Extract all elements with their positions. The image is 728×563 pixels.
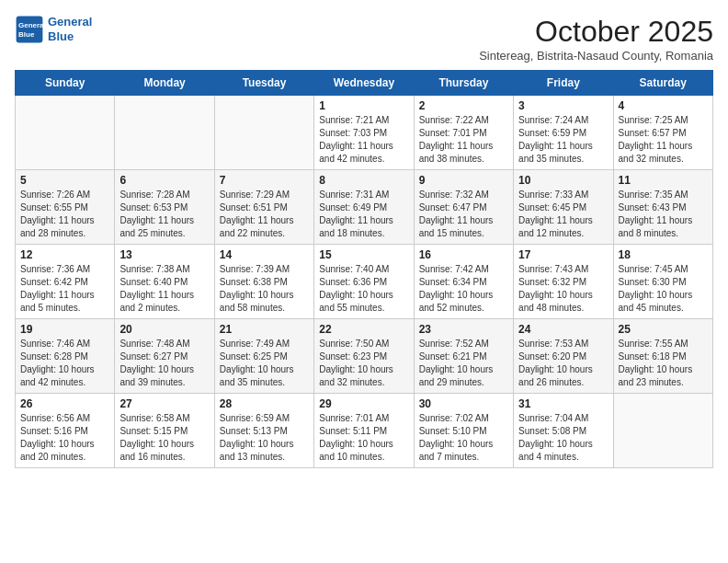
calendar-week-4: 19Sunrise: 7:46 AM Sunset: 6:28 PM Dayli… bbox=[16, 319, 713, 394]
calendar-cell: 11Sunrise: 7:35 AM Sunset: 6:43 PM Dayli… bbox=[613, 170, 712, 245]
day-info: Sunrise: 7:25 AM Sunset: 6:57 PM Dayligh… bbox=[619, 114, 708, 166]
calendar-cell: 9Sunrise: 7:32 AM Sunset: 6:47 PM Daylig… bbox=[414, 170, 513, 245]
calendar-week-1: 1Sunrise: 7:21 AM Sunset: 7:03 PM Daylig… bbox=[16, 96, 713, 170]
calendar-cell: 13Sunrise: 7:38 AM Sunset: 6:40 PM Dayli… bbox=[115, 245, 214, 319]
calendar-cell: 6Sunrise: 7:28 AM Sunset: 6:53 PM Daylig… bbox=[115, 170, 214, 245]
calendar-cell: 16Sunrise: 7:42 AM Sunset: 6:34 PM Dayli… bbox=[414, 245, 513, 319]
day-info: Sunrise: 7:22 AM Sunset: 7:01 PM Dayligh… bbox=[419, 114, 508, 166]
svg-text:Blue: Blue bbox=[18, 30, 35, 39]
day-info: Sunrise: 7:01 AM Sunset: 5:11 PM Dayligh… bbox=[319, 412, 408, 464]
calendar-cell: 25Sunrise: 7:55 AM Sunset: 6:18 PM Dayli… bbox=[613, 319, 712, 394]
day-number: 9 bbox=[419, 174, 508, 187]
calendar-cell: 29Sunrise: 7:01 AM Sunset: 5:11 PM Dayli… bbox=[314, 394, 414, 468]
day-info: Sunrise: 7:28 AM Sunset: 6:53 PM Dayligh… bbox=[119, 189, 209, 240]
day-info: Sunrise: 7:49 AM Sunset: 6:25 PM Dayligh… bbox=[220, 338, 309, 389]
weekday-header-row: SundayMondayTuesdayWednesdayThursdayFrid… bbox=[16, 71, 713, 96]
calendar-cell: 31Sunrise: 7:04 AM Sunset: 5:08 PM Dayli… bbox=[514, 394, 613, 468]
day-number: 28 bbox=[220, 397, 309, 410]
title-block: October 2025 Sintereag, Bistrita-Nasaud … bbox=[479, 15, 713, 63]
weekday-header-wednesday: Wednesday bbox=[314, 71, 414, 96]
day-number: 19 bbox=[20, 323, 109, 336]
calendar-cell: 18Sunrise: 7:45 AM Sunset: 6:30 PM Dayli… bbox=[613, 245, 712, 319]
day-info: Sunrise: 7:45 AM Sunset: 6:30 PM Dayligh… bbox=[619, 263, 708, 315]
day-info: Sunrise: 7:46 AM Sunset: 6:28 PM Dayligh… bbox=[20, 338, 109, 389]
page-header: General Blue General Blue October 2025 S… bbox=[15, 15, 713, 63]
calendar-cell bbox=[16, 96, 115, 170]
weekday-header-tuesday: Tuesday bbox=[214, 71, 313, 96]
logo: General Blue General Blue bbox=[15, 15, 92, 44]
day-number: 15 bbox=[319, 248, 408, 261]
day-number: 29 bbox=[319, 397, 408, 410]
day-info: Sunrise: 6:58 AM Sunset: 5:15 PM Dayligh… bbox=[119, 412, 209, 464]
calendar-cell bbox=[214, 96, 313, 170]
day-info: Sunrise: 6:56 AM Sunset: 5:16 PM Dayligh… bbox=[20, 412, 109, 464]
calendar-cell: 2Sunrise: 7:22 AM Sunset: 7:01 PM Daylig… bbox=[414, 96, 513, 170]
day-info: Sunrise: 7:39 AM Sunset: 6:38 PM Dayligh… bbox=[220, 263, 309, 315]
weekday-header-sunday: Sunday bbox=[16, 71, 115, 96]
day-number: 6 bbox=[119, 174, 209, 187]
day-number: 30 bbox=[419, 397, 508, 410]
calendar-cell: 20Sunrise: 7:48 AM Sunset: 6:27 PM Dayli… bbox=[115, 319, 214, 394]
day-info: Sunrise: 7:24 AM Sunset: 6:59 PM Dayligh… bbox=[518, 114, 608, 166]
calendar-week-2: 5Sunrise: 7:26 AM Sunset: 6:55 PM Daylig… bbox=[16, 170, 713, 245]
day-number: 17 bbox=[518, 248, 608, 261]
day-number: 11 bbox=[619, 174, 708, 187]
day-info: Sunrise: 7:40 AM Sunset: 6:36 PM Dayligh… bbox=[319, 263, 408, 315]
calendar-cell: 22Sunrise: 7:50 AM Sunset: 6:23 PM Dayli… bbox=[314, 319, 414, 394]
day-number: 12 bbox=[20, 248, 109, 261]
calendar-cell: 30Sunrise: 7:02 AM Sunset: 5:10 PM Dayli… bbox=[414, 394, 513, 468]
day-number: 25 bbox=[619, 323, 708, 336]
day-number: 16 bbox=[419, 248, 508, 261]
day-info: Sunrise: 7:42 AM Sunset: 6:34 PM Dayligh… bbox=[419, 263, 508, 315]
calendar-table: SundayMondayTuesdayWednesdayThursdayFrid… bbox=[15, 70, 713, 468]
calendar-cell: 1Sunrise: 7:21 AM Sunset: 7:03 PM Daylig… bbox=[314, 96, 414, 170]
day-number: 13 bbox=[119, 248, 209, 261]
day-number: 8 bbox=[319, 174, 408, 187]
logo-icon: General Blue bbox=[15, 15, 44, 44]
calendar-cell: 27Sunrise: 6:58 AM Sunset: 5:15 PM Dayli… bbox=[115, 394, 214, 468]
weekday-header-thursday: Thursday bbox=[414, 71, 513, 96]
day-info: Sunrise: 7:35 AM Sunset: 6:43 PM Dayligh… bbox=[619, 189, 708, 240]
calendar-week-3: 12Sunrise: 7:36 AM Sunset: 6:42 PM Dayli… bbox=[16, 245, 713, 319]
day-number: 22 bbox=[319, 323, 408, 336]
day-info: Sunrise: 7:29 AM Sunset: 6:51 PM Dayligh… bbox=[220, 189, 309, 240]
month-title: October 2025 bbox=[479, 15, 713, 49]
calendar-cell bbox=[613, 394, 712, 468]
calendar-cell: 7Sunrise: 7:29 AM Sunset: 6:51 PM Daylig… bbox=[214, 170, 313, 245]
day-number: 18 bbox=[619, 248, 708, 261]
calendar-cell: 21Sunrise: 7:49 AM Sunset: 6:25 PM Dayli… bbox=[214, 319, 313, 394]
calendar-cell: 28Sunrise: 6:59 AM Sunset: 5:13 PM Dayli… bbox=[214, 394, 313, 468]
day-number: 5 bbox=[20, 174, 109, 187]
day-number: 20 bbox=[119, 323, 209, 336]
day-info: Sunrise: 7:53 AM Sunset: 6:20 PM Dayligh… bbox=[518, 338, 608, 389]
day-info: Sunrise: 7:33 AM Sunset: 6:45 PM Dayligh… bbox=[518, 189, 608, 240]
calendar-cell: 15Sunrise: 7:40 AM Sunset: 6:36 PM Dayli… bbox=[314, 245, 414, 319]
day-number: 21 bbox=[220, 323, 309, 336]
day-number: 2 bbox=[419, 99, 508, 112]
day-info: Sunrise: 6:59 AM Sunset: 5:13 PM Dayligh… bbox=[220, 412, 309, 464]
calendar-week-5: 26Sunrise: 6:56 AM Sunset: 5:16 PM Dayli… bbox=[16, 394, 713, 468]
day-info: Sunrise: 7:55 AM Sunset: 6:18 PM Dayligh… bbox=[619, 338, 708, 389]
location-subtitle: Sintereag, Bistrita-Nasaud County, Roman… bbox=[479, 49, 713, 63]
day-info: Sunrise: 7:43 AM Sunset: 6:32 PM Dayligh… bbox=[518, 263, 608, 315]
day-number: 7 bbox=[220, 174, 309, 187]
day-info: Sunrise: 7:36 AM Sunset: 6:42 PM Dayligh… bbox=[20, 263, 109, 315]
day-number: 26 bbox=[20, 397, 109, 410]
logo-text: General Blue bbox=[48, 15, 92, 43]
calendar-cell: 5Sunrise: 7:26 AM Sunset: 6:55 PM Daylig… bbox=[16, 170, 115, 245]
day-number: 24 bbox=[518, 323, 608, 336]
day-info: Sunrise: 7:26 AM Sunset: 6:55 PM Dayligh… bbox=[20, 189, 109, 240]
calendar-cell: 19Sunrise: 7:46 AM Sunset: 6:28 PM Dayli… bbox=[16, 319, 115, 394]
calendar-cell: 8Sunrise: 7:31 AM Sunset: 6:49 PM Daylig… bbox=[314, 170, 414, 245]
day-number: 14 bbox=[220, 248, 309, 261]
day-number: 23 bbox=[419, 323, 508, 336]
day-info: Sunrise: 7:21 AM Sunset: 7:03 PM Dayligh… bbox=[319, 114, 408, 166]
weekday-header-saturday: Saturday bbox=[613, 71, 712, 96]
calendar-cell: 10Sunrise: 7:33 AM Sunset: 6:45 PM Dayli… bbox=[514, 170, 613, 245]
day-number: 3 bbox=[518, 99, 608, 112]
day-number: 4 bbox=[619, 99, 708, 112]
calendar-cell bbox=[115, 96, 214, 170]
weekday-header-monday: Monday bbox=[115, 71, 214, 96]
calendar-cell: 4Sunrise: 7:25 AM Sunset: 6:57 PM Daylig… bbox=[613, 96, 712, 170]
day-info: Sunrise: 7:32 AM Sunset: 6:47 PM Dayligh… bbox=[419, 189, 508, 240]
